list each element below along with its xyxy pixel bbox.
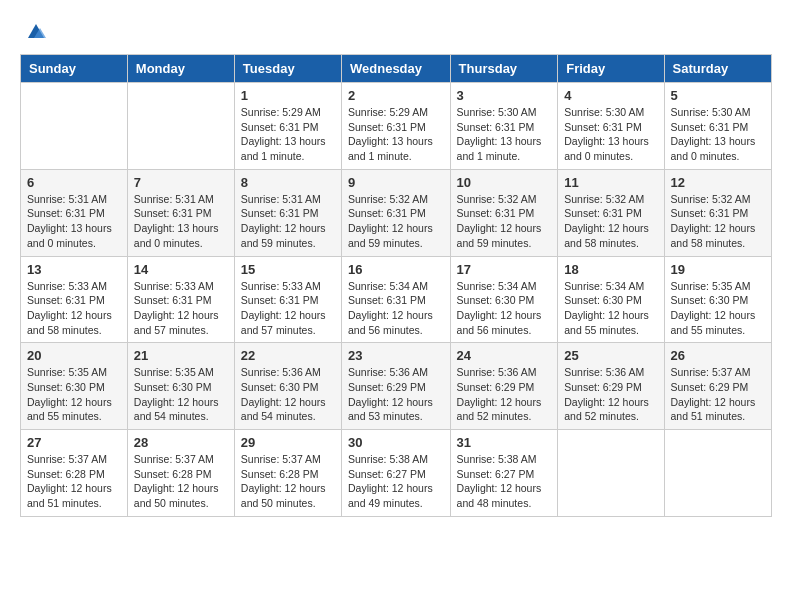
day-number: 16 [348, 262, 444, 277]
calendar-cell: 29Sunrise: 5:37 AM Sunset: 6:28 PM Dayli… [234, 430, 341, 517]
day-number: 13 [27, 262, 121, 277]
day-number: 27 [27, 435, 121, 450]
calendar-cell: 5Sunrise: 5:30 AM Sunset: 6:31 PM Daylig… [664, 83, 771, 170]
calendar-week-row: 13Sunrise: 5:33 AM Sunset: 6:31 PM Dayli… [21, 256, 772, 343]
day-info: Sunrise: 5:37 AM Sunset: 6:28 PM Dayligh… [241, 452, 335, 511]
calendar-cell: 13Sunrise: 5:33 AM Sunset: 6:31 PM Dayli… [21, 256, 128, 343]
calendar-cell [21, 83, 128, 170]
calendar-cell: 23Sunrise: 5:36 AM Sunset: 6:29 PM Dayli… [342, 343, 451, 430]
logo [20, 20, 48, 44]
day-number: 24 [457, 348, 552, 363]
day-number: 18 [564, 262, 657, 277]
calendar-cell: 10Sunrise: 5:32 AM Sunset: 6:31 PM Dayli… [450, 169, 558, 256]
day-number: 28 [134, 435, 228, 450]
calendar-cell: 31Sunrise: 5:38 AM Sunset: 6:27 PM Dayli… [450, 430, 558, 517]
day-number: 25 [564, 348, 657, 363]
day-number: 6 [27, 175, 121, 190]
day-info: Sunrise: 5:33 AM Sunset: 6:31 PM Dayligh… [27, 279, 121, 338]
calendar-cell: 28Sunrise: 5:37 AM Sunset: 6:28 PM Dayli… [127, 430, 234, 517]
day-number: 4 [564, 88, 657, 103]
calendar-cell: 1Sunrise: 5:29 AM Sunset: 6:31 PM Daylig… [234, 83, 341, 170]
calendar-cell [558, 430, 664, 517]
day-info: Sunrise: 5:30 AM Sunset: 6:31 PM Dayligh… [671, 105, 765, 164]
calendar-cell: 26Sunrise: 5:37 AM Sunset: 6:29 PM Dayli… [664, 343, 771, 430]
calendar-cell: 7Sunrise: 5:31 AM Sunset: 6:31 PM Daylig… [127, 169, 234, 256]
calendar-cell: 4Sunrise: 5:30 AM Sunset: 6:31 PM Daylig… [558, 83, 664, 170]
weekday-header-tuesday: Tuesday [234, 55, 341, 83]
day-info: Sunrise: 5:34 AM Sunset: 6:30 PM Dayligh… [564, 279, 657, 338]
day-number: 7 [134, 175, 228, 190]
day-info: Sunrise: 5:36 AM Sunset: 6:30 PM Dayligh… [241, 365, 335, 424]
calendar-cell: 18Sunrise: 5:34 AM Sunset: 6:30 PM Dayli… [558, 256, 664, 343]
calendar-cell: 6Sunrise: 5:31 AM Sunset: 6:31 PM Daylig… [21, 169, 128, 256]
day-number: 11 [564, 175, 657, 190]
day-info: Sunrise: 5:35 AM Sunset: 6:30 PM Dayligh… [27, 365, 121, 424]
weekday-header-sunday: Sunday [21, 55, 128, 83]
day-number: 8 [241, 175, 335, 190]
calendar-cell: 14Sunrise: 5:33 AM Sunset: 6:31 PM Dayli… [127, 256, 234, 343]
calendar-week-row: 1Sunrise: 5:29 AM Sunset: 6:31 PM Daylig… [21, 83, 772, 170]
day-number: 26 [671, 348, 765, 363]
weekday-header-friday: Friday [558, 55, 664, 83]
page-header [20, 20, 772, 44]
weekday-header-row: SundayMondayTuesdayWednesdayThursdayFrid… [21, 55, 772, 83]
day-number: 15 [241, 262, 335, 277]
day-info: Sunrise: 5:33 AM Sunset: 6:31 PM Dayligh… [134, 279, 228, 338]
day-number: 5 [671, 88, 765, 103]
day-number: 14 [134, 262, 228, 277]
day-info: Sunrise: 5:32 AM Sunset: 6:31 PM Dayligh… [457, 192, 552, 251]
day-info: Sunrise: 5:30 AM Sunset: 6:31 PM Dayligh… [457, 105, 552, 164]
calendar-cell: 19Sunrise: 5:35 AM Sunset: 6:30 PM Dayli… [664, 256, 771, 343]
day-info: Sunrise: 5:31 AM Sunset: 6:31 PM Dayligh… [27, 192, 121, 251]
calendar-cell: 16Sunrise: 5:34 AM Sunset: 6:31 PM Dayli… [342, 256, 451, 343]
day-number: 19 [671, 262, 765, 277]
weekday-header-monday: Monday [127, 55, 234, 83]
calendar-week-row: 27Sunrise: 5:37 AM Sunset: 6:28 PM Dayli… [21, 430, 772, 517]
calendar-cell: 17Sunrise: 5:34 AM Sunset: 6:30 PM Dayli… [450, 256, 558, 343]
day-info: Sunrise: 5:36 AM Sunset: 6:29 PM Dayligh… [564, 365, 657, 424]
day-info: Sunrise: 5:29 AM Sunset: 6:31 PM Dayligh… [348, 105, 444, 164]
day-number: 30 [348, 435, 444, 450]
calendar-cell: 11Sunrise: 5:32 AM Sunset: 6:31 PM Dayli… [558, 169, 664, 256]
calendar-cell: 27Sunrise: 5:37 AM Sunset: 6:28 PM Dayli… [21, 430, 128, 517]
calendar-table: SundayMondayTuesdayWednesdayThursdayFrid… [20, 54, 772, 517]
calendar-cell: 20Sunrise: 5:35 AM Sunset: 6:30 PM Dayli… [21, 343, 128, 430]
day-number: 9 [348, 175, 444, 190]
day-info: Sunrise: 5:29 AM Sunset: 6:31 PM Dayligh… [241, 105, 335, 164]
day-info: Sunrise: 5:31 AM Sunset: 6:31 PM Dayligh… [134, 192, 228, 251]
weekday-header-wednesday: Wednesday [342, 55, 451, 83]
weekday-header-thursday: Thursday [450, 55, 558, 83]
calendar-cell: 9Sunrise: 5:32 AM Sunset: 6:31 PM Daylig… [342, 169, 451, 256]
day-number: 22 [241, 348, 335, 363]
calendar-cell: 8Sunrise: 5:31 AM Sunset: 6:31 PM Daylig… [234, 169, 341, 256]
day-number: 17 [457, 262, 552, 277]
calendar-cell: 12Sunrise: 5:32 AM Sunset: 6:31 PM Dayli… [664, 169, 771, 256]
day-info: Sunrise: 5:34 AM Sunset: 6:30 PM Dayligh… [457, 279, 552, 338]
day-number: 1 [241, 88, 335, 103]
day-number: 12 [671, 175, 765, 190]
calendar-cell [664, 430, 771, 517]
day-info: Sunrise: 5:30 AM Sunset: 6:31 PM Dayligh… [564, 105, 657, 164]
logo-icon [24, 20, 48, 44]
day-number: 3 [457, 88, 552, 103]
calendar-cell: 3Sunrise: 5:30 AM Sunset: 6:31 PM Daylig… [450, 83, 558, 170]
day-info: Sunrise: 5:34 AM Sunset: 6:31 PM Dayligh… [348, 279, 444, 338]
day-info: Sunrise: 5:32 AM Sunset: 6:31 PM Dayligh… [564, 192, 657, 251]
day-number: 21 [134, 348, 228, 363]
day-number: 20 [27, 348, 121, 363]
weekday-header-saturday: Saturday [664, 55, 771, 83]
day-info: Sunrise: 5:38 AM Sunset: 6:27 PM Dayligh… [457, 452, 552, 511]
day-number: 29 [241, 435, 335, 450]
calendar-cell: 21Sunrise: 5:35 AM Sunset: 6:30 PM Dayli… [127, 343, 234, 430]
day-info: Sunrise: 5:32 AM Sunset: 6:31 PM Dayligh… [671, 192, 765, 251]
calendar-cell: 24Sunrise: 5:36 AM Sunset: 6:29 PM Dayli… [450, 343, 558, 430]
day-info: Sunrise: 5:33 AM Sunset: 6:31 PM Dayligh… [241, 279, 335, 338]
calendar-cell: 2Sunrise: 5:29 AM Sunset: 6:31 PM Daylig… [342, 83, 451, 170]
calendar-cell: 30Sunrise: 5:38 AM Sunset: 6:27 PM Dayli… [342, 430, 451, 517]
calendar-week-row: 20Sunrise: 5:35 AM Sunset: 6:30 PM Dayli… [21, 343, 772, 430]
day-info: Sunrise: 5:36 AM Sunset: 6:29 PM Dayligh… [457, 365, 552, 424]
day-info: Sunrise: 5:36 AM Sunset: 6:29 PM Dayligh… [348, 365, 444, 424]
calendar-cell: 25Sunrise: 5:36 AM Sunset: 6:29 PM Dayli… [558, 343, 664, 430]
day-number: 31 [457, 435, 552, 450]
day-number: 23 [348, 348, 444, 363]
